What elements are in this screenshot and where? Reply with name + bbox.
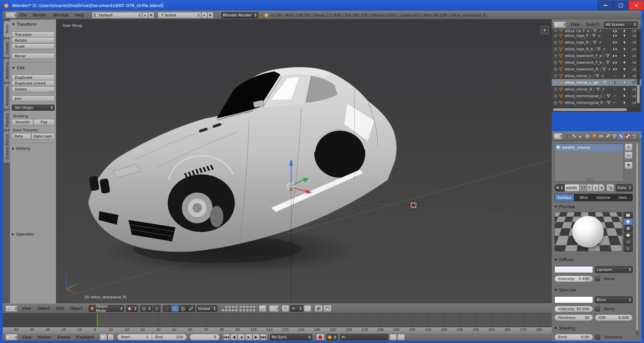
pivot-point-dropdown[interactable] [140,305,152,312]
expand-icon[interactable]: + [554,74,557,78]
close-button[interactable]: ✕ [629,1,644,10]
tab-render-layers[interactable] [571,133,577,139]
browse-material-button[interactable] [554,184,565,191]
duplicate-linked-button[interactable]: Duplicate Linked [12,80,55,86]
layer-toggle[interactable] [221,305,224,308]
diffuse-panel-header[interactable]: Diffuse [554,258,573,262]
car-model[interactable] [88,67,396,252]
layer-toggle[interactable] [246,309,249,312]
editor-type-button[interactable] [554,21,566,28]
tab-material[interactable] [618,133,624,139]
menu-item[interactable]: Object [67,306,86,311]
preview-panel-header[interactable]: Preview [554,205,575,209]
selectability-toggle[interactable] [623,34,627,38]
outliner-item[interactable]: + etkss_lowerarm_F_b | [552,59,641,66]
editor-type-button[interactable] [5,334,17,340]
material-specials-button[interactable] [625,162,633,169]
translate-manipulator-button[interactable] [171,305,179,312]
history-panel-header[interactable]: History [12,146,31,151]
panel-grip[interactable]: :::: [629,258,634,261]
outliner-item[interactable]: + etkss_mirror_L_gtr | [552,79,641,86]
delete-keyframe-button[interactable] [397,334,405,340]
properties-region-toggle[interactable]: + [541,26,549,34]
edit-panel-header[interactable]: Edit [12,66,24,70]
visibility-toggle[interactable] [612,54,617,57]
add-scene-button[interactable]: ＋ [201,12,207,18]
scrollbar-thumb[interactable] [636,143,638,331]
layer-toggle[interactable] [235,309,238,312]
outliner-scrollbar[interactable] [637,31,640,107]
panel-grip[interactable]: :::: [629,205,634,208]
tab-render[interactable] [565,133,571,139]
selectability-toggle[interactable] [623,74,627,78]
viewport-shading-dropdown[interactable] [126,305,138,312]
scrollbar-thumb[interactable] [553,108,627,111]
fake-user-button[interactable]: F [587,184,592,191]
new-material-button[interactable]: ＋ [592,184,599,191]
outliner-item[interactable]: + etkss_hp_F_g | [552,30,641,32]
diffuse-ramp-checkbox[interactable] [595,276,600,281]
use-nodes-button[interactable] [606,184,614,191]
expand-icon[interactable]: + [554,81,557,84]
diffuse-color-swatch[interactable] [554,266,593,273]
scale-manipulator-button[interactable] [187,305,195,312]
tab-particles[interactable] [632,133,638,139]
transform-panel-header[interactable]: Transform [12,22,37,27]
shadeless-checkbox[interactable] [595,335,600,340]
snap-peel-button[interactable] [304,305,311,312]
expand-icon[interactable]: + [554,47,557,51]
lock-range-button[interactable] [108,334,114,340]
tab-physics[interactable]: Physics [3,110,10,130]
renderability-toggle[interactable] [632,100,637,105]
specular-shader-dropdown[interactable]: Blinn [595,296,633,303]
outliner-search-menu[interactable]: Search [583,22,602,27]
layer-toggle[interactable] [243,305,246,308]
preview-particles-button[interactable] [624,245,633,252]
tab-object[interactable] [591,133,597,139]
layer-toggle[interactable] [231,305,234,308]
specular-color-swatch[interactable] [554,296,593,303]
mirror-button[interactable]: Mirror [12,53,55,59]
tab-animation[interactable]: Animation [3,83,10,109]
selectability-toggle[interactable] [623,94,627,98]
current-frame-indicator[interactable] [97,313,98,327]
selectability-toggle[interactable] [623,101,627,105]
selectability-toggle[interactable] [623,47,627,51]
tab-tools[interactable]: Tools [3,21,10,38]
data-transfer-layout-button[interactable]: Data Layo [31,133,55,139]
frame-start-field[interactable]: Start:1 [117,334,152,340]
scale-button[interactable]: Scale [12,43,55,49]
delete-scene-button[interactable]: ✕ [207,12,213,18]
layer-toggle[interactable] [249,305,252,308]
specular-panel-header[interactable]: Specular [554,288,577,292]
scrollbar-thumb[interactable] [637,84,640,103]
outliner-scope-dropdown[interactable]: All Scenes [604,21,638,28]
auto-keyframe-button[interactable] [316,334,324,340]
manipulator-toggle-button[interactable] [153,305,160,312]
playback-range-clock-button[interactable] [100,334,107,340]
layer-toggle[interactable] [225,309,228,312]
editor-type-button[interactable] [5,12,17,18]
frame-end-field[interactable]: End:250 [152,334,187,340]
menu-item[interactable]: Window [50,13,72,17]
material-name-field[interactable]: etk80 [565,184,580,191]
play-button[interactable] [245,334,252,340]
visibility-toggle[interactable] [612,61,617,64]
tab-physics[interactable] [638,133,641,139]
mode-dropdown[interactable]: Object Mode [89,305,124,312]
specular-intensity-slider[interactable]: Intensity: 50.000 [554,306,593,312]
duplicate-button[interactable]: Duplicate [12,74,55,80]
lock-to-scene-button[interactable] [259,305,266,312]
specular-hardness-field[interactable]: Hardness: 50 [554,315,593,321]
outliner-item[interactable]: + etkss_mirrorsignal_R | [552,99,641,106]
transform-orientation-dropdown[interactable]: Global [197,305,217,312]
visibility-toggle[interactable] [612,75,617,76]
visibility-toggle[interactable] [612,68,617,71]
selectability-toggle[interactable] [623,40,627,45]
visibility-toggle[interactable] [612,102,617,103]
expand-icon[interactable]: + [554,41,557,44]
data-transfer-data-button[interactable]: Data [12,133,31,139]
proportional-edit-dropdown[interactable] [269,305,279,312]
cursor-3d[interactable] [409,200,419,210]
outliner-item[interactable]: + etkss_mirror_L | [552,72,641,79]
